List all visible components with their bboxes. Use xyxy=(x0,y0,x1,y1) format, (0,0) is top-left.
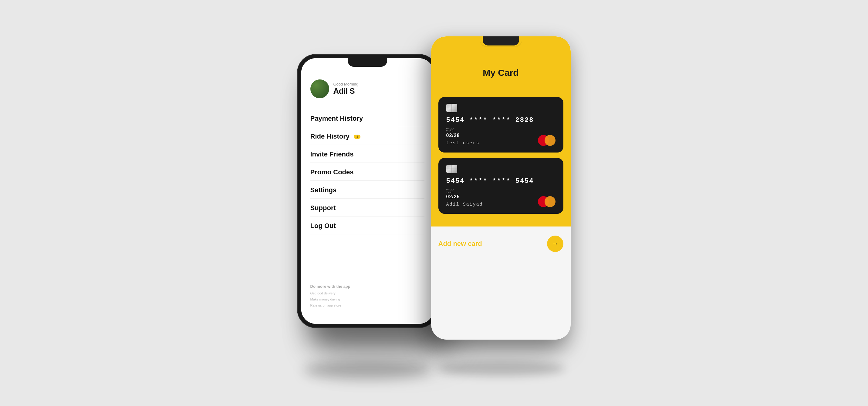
avatar-image xyxy=(310,79,329,98)
card-left-2: VALIDTHRU 02/25 Adil Saiyad xyxy=(446,189,483,207)
greeting-block: Good Morning Adil S xyxy=(334,82,358,96)
card-validity-1: VALIDTHRU 02/28 xyxy=(446,128,480,139)
card-header: My Card xyxy=(431,36,571,97)
card-chip-2 xyxy=(446,165,457,173)
valid-date-2: 02/25 xyxy=(446,194,483,200)
card-bottom-2: VALIDTHRU 02/25 Adil Saiyad xyxy=(446,189,556,207)
ride-history-badge: 1 xyxy=(354,135,361,139)
scene: Good Morning Adil S Payment History Ride… xyxy=(298,36,571,370)
avatar xyxy=(310,79,329,98)
footer-feature-2: Make money driving xyxy=(310,297,350,303)
menu-item-settings-label: Settings xyxy=(310,186,337,194)
phone-notch xyxy=(348,58,387,67)
phone-back: Good Morning Adil S Payment History Ride… xyxy=(298,55,437,328)
menu-item-support-label: Support xyxy=(310,204,336,212)
menu-item-settings[interactable]: Settings xyxy=(310,182,425,199)
menu-item-payment-history-label: Payment History xyxy=(310,114,363,122)
card-number-1: 5454 **** **** 2828 xyxy=(446,116,556,124)
card-screen-title: My Card xyxy=(483,68,519,78)
menu-item-logout[interactable]: Log Out xyxy=(310,218,425,234)
add-new-card-label[interactable]: Add new card xyxy=(438,240,482,248)
card-chip-1 xyxy=(446,104,457,112)
mc-circle-right-1 xyxy=(545,135,556,146)
user-name: Adil S xyxy=(334,87,358,96)
phone-back-shadow xyxy=(304,361,431,379)
menu-item-promo-codes-label: Promo Codes xyxy=(310,168,354,176)
menu-item-logout-label: Log Out xyxy=(310,222,336,230)
credit-card-2: 5454 **** **** 5454 VALIDTHRU 02/25 Adil… xyxy=(438,158,563,214)
card-notch xyxy=(483,36,519,45)
menu-footer: Do more with the app Get food delivery M… xyxy=(310,284,350,308)
add-card-button[interactable]: → xyxy=(547,236,563,252)
card-footer: Add new card → xyxy=(431,227,571,264)
phone-back-inner: Good Morning Adil S Payment History Ride… xyxy=(301,58,434,324)
card-left-1: VALIDTHRU 02/28 test users xyxy=(446,128,480,146)
menu-item-payment-history[interactable]: Payment History xyxy=(310,110,425,127)
card-validity-2: VALIDTHRU 02/25 xyxy=(446,189,483,200)
menu-item-support[interactable]: Support xyxy=(310,200,425,216)
greeting-text: Good Morning xyxy=(334,82,358,87)
card-number-2: 5454 **** **** 5454 xyxy=(446,177,556,185)
mc-circle-right-2 xyxy=(545,196,556,207)
menu-item-promo-codes[interactable]: Promo Codes xyxy=(310,164,425,181)
mastercard-logo-2 xyxy=(538,196,556,207)
menu-items: Payment History Ride History 1 Invite Fr… xyxy=(310,110,425,234)
footer-tagline: Do more with the app xyxy=(310,284,350,289)
menu-content: Good Morning Adil S Payment History Ride… xyxy=(301,58,434,324)
card-bottom-1: VALIDTHRU 02/28 test users xyxy=(446,128,556,146)
card-holder-name-2: Adil Saiyad xyxy=(446,202,483,207)
menu-item-ride-history[interactable]: Ride History 1 xyxy=(310,128,425,145)
footer-feature-1: Get food delivery xyxy=(310,291,350,297)
card-holder-name-1: test users xyxy=(446,141,480,146)
card-screen-shadow xyxy=(437,361,565,376)
valid-label-1: VALIDTHRU xyxy=(446,128,480,133)
menu-item-invite-friends-label: Invite Friends xyxy=(310,150,354,158)
menu-item-ride-history-label: Ride History xyxy=(310,133,350,140)
card-screen: My Card 5454 **** **** 2828 VALIDTHRU 02… xyxy=(431,36,571,340)
valid-date-1: 02/28 xyxy=(446,133,480,138)
mastercard-logo-1 xyxy=(538,135,556,146)
menu-item-invite-friends[interactable]: Invite Friends xyxy=(310,146,425,163)
valid-label-2: VALIDTHRU xyxy=(446,189,483,194)
card-list: 5454 **** **** 2828 VALIDTHRU 02/28 test… xyxy=(431,97,571,227)
footer-feature-3: Rate us on app store xyxy=(310,303,350,309)
credit-card-1: 5454 **** **** 2828 VALIDTHRU 02/28 test… xyxy=(438,97,563,153)
footer-features: Get food delivery Make money driving Rat… xyxy=(310,291,350,308)
add-card-arrow-icon: → xyxy=(552,240,559,248)
menu-header: Good Morning Adil S xyxy=(310,79,425,98)
